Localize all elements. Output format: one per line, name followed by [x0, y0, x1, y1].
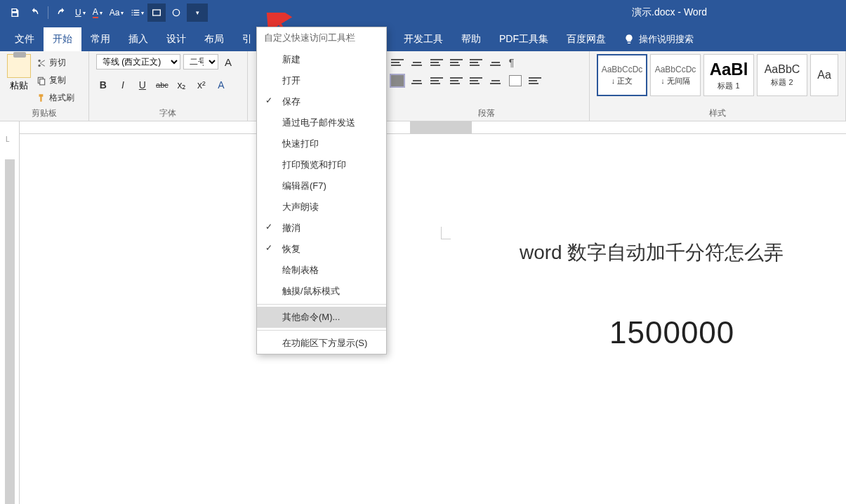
scissors-icon	[37, 58, 46, 68]
svg-rect-0	[153, 10, 161, 15]
bold-button[interactable]: B	[96, 79, 110, 91]
menu-item-9[interactable]: 恢复	[257, 239, 386, 260]
tab-help[interactable]: 帮助	[452, 27, 490, 51]
tab-layout[interactable]: 布局	[195, 27, 233, 51]
document-canvas[interactable]: word 数字自动加千分符怎么弄 1500000	[20, 134, 846, 504]
strike-button[interactable]: abc	[155, 81, 169, 89]
list-icon	[130, 7, 141, 18]
cut-button[interactable]: 剪切	[35, 55, 76, 70]
menu-item-8[interactable]: 撤消	[257, 218, 386, 239]
menu-title: 自定义快速访问工具栏	[257, 27, 386, 49]
svg-point-1	[173, 9, 180, 15]
increase-indent-button[interactable]	[470, 57, 482, 68]
align-center-button[interactable]	[411, 75, 423, 86]
redo-icon	[56, 7, 67, 18]
style-heading1[interactable]: AaBl标题 1	[703, 54, 754, 96]
qat-customize-button[interactable]: ▾	[187, 4, 208, 22]
menu-item-1[interactable]: 打开	[257, 70, 386, 91]
undo-icon	[29, 7, 40, 18]
style-nospacing[interactable]: AaBbCcDc↓ 无间隔	[650, 54, 701, 96]
paste-button[interactable]: 粘贴	[10, 79, 28, 92]
circle-icon	[171, 7, 182, 18]
document-line1: word 数字自动加千分符怎么弄	[520, 239, 784, 266]
tab-developer[interactable]: 开发工具	[395, 27, 452, 51]
tab-design[interactable]: 设计	[157, 27, 195, 51]
style-heading2[interactable]: AaBbC标题 2	[757, 54, 807, 96]
menu-item-4[interactable]: 快速打印	[257, 133, 386, 154]
grow-font-button[interactable]: A	[221, 56, 235, 68]
qat-underline-button[interactable]: U ▾	[72, 5, 88, 20]
tab-insert[interactable]: 插入	[119, 27, 157, 51]
numbering-button[interactable]	[411, 57, 423, 68]
menu-item-13[interactable]: 在功能区下方显示(S)	[257, 333, 386, 354]
line-spacing-button[interactable]	[489, 75, 502, 86]
menu-item-0[interactable]: 新建	[257, 49, 386, 70]
menu-item-11[interactable]: 触摸/鼠标模式	[257, 281, 386, 302]
qat-shape-circle-button[interactable]	[167, 4, 185, 22]
lightbulb-icon	[623, 34, 635, 45]
tab-pdf[interactable]: PDF工具集	[490, 27, 557, 51]
save-icon	[9, 7, 20, 18]
format-painter-button[interactable]: 格式刷	[35, 91, 76, 105]
group-label-font: 字体	[96, 106, 240, 119]
font-name-select[interactable]: 等线 (西文正文)	[96, 54, 180, 69]
tell-me-label: 操作说明搜索	[639, 33, 694, 46]
distribute-button[interactable]	[470, 75, 482, 86]
underline-button[interactable]: U	[136, 79, 150, 91]
document-line2: 1500000	[609, 315, 734, 350]
qat-redo-button[interactable]	[53, 4, 71, 22]
multilevel-button[interactable]	[430, 57, 443, 68]
copy-button[interactable]: 复制	[35, 73, 76, 88]
paste-icon	[7, 54, 31, 78]
style-normal[interactable]: AaBbCcDc↓ 正文	[597, 54, 647, 96]
menu-item-3[interactable]: 通过电子邮件发送	[257, 112, 386, 133]
tell-me-search[interactable]: 操作说明搜索	[615, 27, 702, 51]
bullets-button[interactable]	[391, 57, 404, 68]
tab-file[interactable]: 文件	[6, 27, 44, 51]
decrease-indent-button[interactable]	[450, 57, 463, 68]
align-right-button[interactable]	[430, 75, 443, 86]
superscript-button[interactable]: x²	[194, 79, 209, 91]
qat-separator	[48, 6, 48, 19]
menu-item-2[interactable]: 保存	[257, 91, 386, 112]
sort-button[interactable]	[489, 57, 502, 68]
qat-case-button[interactable]: Aa ▾	[107, 5, 127, 20]
styles-gallery[interactable]: AaBbCcDc↓ 正文 AaBbCcDc↓ 无间隔 AaBl标题 1 AaBb…	[597, 54, 838, 96]
font-size-select[interactable]: 二号	[183, 54, 218, 69]
align-left-button[interactable]	[391, 75, 404, 86]
style-more[interactable]: Aa	[810, 54, 838, 96]
qat-save-button[interactable]	[6, 4, 24, 22]
brush-icon	[37, 93, 46, 103]
qat-undo-button[interactable]	[25, 4, 44, 22]
italic-button[interactable]: I	[116, 79, 130, 91]
qat-shape-rect-button[interactable]	[147, 4, 166, 22]
tab-common[interactable]: 常用	[81, 27, 119, 51]
menu-item-5[interactable]: 打印预览和打印	[257, 154, 386, 175]
show-marks-button[interactable]: ¶	[509, 57, 515, 68]
copy-icon	[37, 76, 46, 86]
vertical-ruler[interactable]	[0, 121, 20, 504]
qat-list-button[interactable]: ▾	[128, 4, 146, 22]
borders-button[interactable]	[529, 75, 541, 86]
customize-qat-menu: 自定义快速访问工具栏 新建打开保存通过电子邮件发送快速打印打印预览和打印编辑器(…	[256, 27, 387, 354]
text-effects-button[interactable]: A	[214, 79, 228, 91]
window-title: 演示.docx - Word	[632, 6, 749, 19]
chevron-down-icon: ▾	[196, 9, 199, 16]
menu-item-12[interactable]: 其他命令(M)...	[257, 307, 386, 328]
tab-baidu[interactable]: 百度网盘	[557, 27, 615, 51]
rectangle-icon	[151, 7, 162, 18]
menu-item-6[interactable]: 编辑器(F7)	[257, 175, 386, 197]
subscript-button[interactable]: x₂	[175, 79, 189, 91]
group-label-clipboard: 剪贴板	[7, 106, 81, 119]
group-label-paragraph: 段落	[391, 106, 582, 119]
menu-item-10[interactable]: 绘制表格	[257, 260, 386, 281]
horizontal-ruler[interactable]	[20, 121, 846, 134]
justify-button[interactable]	[450, 75, 463, 86]
shading-button[interactable]	[509, 75, 522, 86]
qat-fontcolor-button[interactable]: A ▾	[90, 4, 105, 21]
tab-home[interactable]: 开始	[44, 27, 81, 51]
ruler-corner-label: L	[6, 135, 10, 143]
group-label-styles: 样式	[597, 106, 838, 119]
menu-item-7[interactable]: 大声朗读	[257, 197, 386, 218]
svg-rect-3	[40, 79, 45, 84]
